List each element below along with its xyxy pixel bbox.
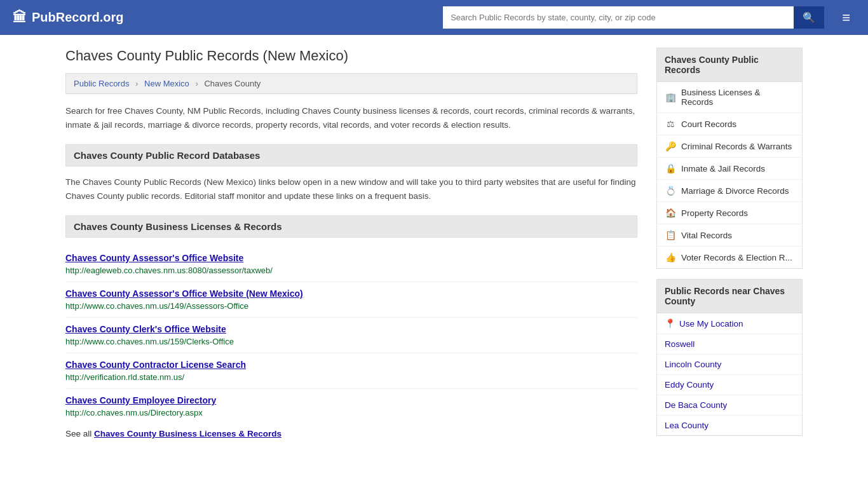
nearby-item-debaca[interactable]: De Baca County	[657, 395, 802, 416]
business-section-header: Chaves County Business Licenses & Record…	[65, 215, 637, 238]
sidebar-item-business[interactable]: 🏢 Business Licenses & Records	[657, 82, 802, 113]
breadcrumb-sep-1: ›	[135, 79, 138, 88]
sidebar-link-marriage[interactable]: Marriage & Divorce Records	[681, 186, 789, 196]
voter-icon: 👍	[665, 252, 676, 262]
nearby-link-roswell[interactable]: Roswell	[665, 339, 695, 349]
sidebar-link-criminal[interactable]: Criminal Records & Warrants	[681, 142, 792, 151]
see-all-prefix: See all	[65, 429, 92, 438]
sidebar-item-marriage[interactable]: 💍 Marriage & Divorce Records	[657, 180, 802, 202]
nearby-item-location[interactable]: 📍 Use My Location	[657, 313, 802, 334]
page-title: Chaves County Public Records (New Mexico…	[65, 48, 637, 64]
record-url-2: http://www.co.chaves.nm.us/159/Clerks-Of…	[65, 337, 234, 346]
use-my-location-link[interactable]: Use My Location	[679, 319, 743, 329]
court-icon: ⚖	[665, 119, 676, 129]
sidebar-link-voter[interactable]: Voter Records & Election R...	[681, 253, 792, 262]
sidebar-item-vital[interactable]: 📋 Vital Records	[657, 224, 802, 247]
nearby-item-lea[interactable]: Lea County	[657, 416, 802, 435]
record-entry-2: Chaves County Clerk's Office Website htt…	[65, 318, 637, 353]
breadcrumb-current: Chaves County	[204, 79, 261, 88]
use-my-location[interactable]: 📍 Use My Location	[665, 318, 794, 329]
business-icon: 🏢	[665, 92, 676, 102]
record-entry-0: Chaves County Assessor's Office Website …	[65, 247, 637, 282]
record-entry-1: Chaves County Assessor's Office Website …	[65, 282, 637, 318]
sidebar-box-nearby-title: Public Records near Chaves County	[657, 280, 802, 313]
see-all-section: See all Chaves County Business Licenses …	[65, 429, 637, 438]
record-title-0[interactable]: Chaves County Assessor's Office Website	[65, 253, 637, 263]
record-url-3: http://verification.rld.state.nm.us/	[65, 372, 184, 382]
sidebar-link-property[interactable]: Property Records	[681, 208, 748, 218]
sidebar-box-categories: Chaves County Public Records 🏢 Business …	[656, 48, 803, 269]
record-title-4[interactable]: Chaves County Employee Directory	[65, 395, 637, 405]
records-list: Chaves County Assessor's Office Website …	[65, 247, 637, 424]
record-url-4: http://co.chaves.nm.us/Directory.aspx	[65, 408, 203, 417]
site-logo[interactable]: 🏛 PubRecord.org	[13, 10, 123, 26]
main-content: Chaves County Public Records (New Mexico…	[65, 48, 637, 446]
record-url-1: http://www.co.chaves.nm.us/149/Assessors…	[65, 301, 248, 311]
record-title-3[interactable]: Chaves County Contractor License Search	[65, 360, 637, 370]
sidebar-link-court[interactable]: Court Records	[681, 119, 736, 129]
logo-icon: 🏛	[13, 10, 27, 26]
nearby-link-eddy[interactable]: Eddy County	[665, 380, 714, 390]
see-all-link[interactable]: Chaves County Business Licenses & Record…	[94, 429, 281, 438]
property-icon: 🏠	[665, 208, 676, 218]
nearby-link-lea[interactable]: Lea County	[665, 421, 709, 430]
nearby-item-eddy[interactable]: Eddy County	[657, 375, 802, 395]
search-input[interactable]	[443, 6, 794, 29]
search-bar: 🔍	[443, 6, 824, 29]
marriage-icon: 💍	[665, 186, 676, 196]
sidebar-item-inmate[interactable]: 🔒 Inmate & Jail Records	[657, 158, 802, 180]
sidebar-link-business[interactable]: Business Licenses & Records	[681, 88, 794, 107]
page-description: Search for free Chaves County, NM Public…	[65, 104, 637, 132]
breadcrumb-sep-2: ›	[195, 79, 198, 88]
vital-icon: 📋	[665, 230, 676, 240]
databases-section-header: Chaves County Public Record Databases	[65, 144, 637, 166]
breadcrumb-link-new-mexico[interactable]: New Mexico	[144, 79, 189, 88]
sidebar-item-property[interactable]: 🏠 Property Records	[657, 202, 802, 224]
search-button[interactable]: 🔍	[794, 6, 824, 29]
sidebar-link-vital[interactable]: Vital Records	[681, 231, 732, 240]
site-header: 🏛 PubRecord.org 🔍 ≡	[0, 0, 868, 35]
record-title-1[interactable]: Chaves County Assessor's Office Website …	[65, 288, 637, 299]
record-entry-3: Chaves County Contractor License Search …	[65, 353, 637, 389]
sidebar: Chaves County Public Records 🏢 Business …	[656, 48, 803, 446]
record-title-2[interactable]: Chaves County Clerk's Office Website	[65, 324, 637, 334]
menu-button[interactable]: ≡	[837, 8, 855, 27]
sidebar-item-criminal[interactable]: 🔑 Criminal Records & Warrants	[657, 135, 802, 158]
breadcrumb-link-public-records[interactable]: Public Records	[74, 79, 129, 88]
sidebar-link-inmate[interactable]: Inmate & Jail Records	[681, 164, 765, 173]
criminal-icon: 🔑	[665, 141, 676, 151]
sidebar-item-court[interactable]: ⚖ Court Records	[657, 113, 802, 135]
logo-text: PubRecord.org	[32, 10, 123, 25]
location-pin-icon: 📍	[665, 318, 675, 329]
record-entry-4: Chaves County Employee Directory http://…	[65, 389, 637, 424]
inmate-icon: 🔒	[665, 163, 676, 173]
record-url-0: http://eagleweb.co.chaves.nm.us:8080/ass…	[65, 266, 273, 275]
sidebar-item-voter[interactable]: 👍 Voter Records & Election R...	[657, 247, 802, 268]
page-wrapper: Chaves County Public Records (New Mexico…	[53, 35, 815, 459]
breadcrumb: Public Records › New Mexico › Chaves Cou…	[65, 73, 637, 94]
nearby-link-debaca[interactable]: De Baca County	[665, 400, 727, 410]
sidebar-box-nearby: Public Records near Chaves County 📍 Use …	[656, 279, 803, 436]
nearby-link-lincoln[interactable]: Lincoln County	[665, 360, 721, 369]
databases-description: The Chaves County Public Records (New Me…	[65, 175, 637, 203]
nearby-item-lincoln[interactable]: Lincoln County	[657, 355, 802, 375]
nearby-item-roswell[interactable]: Roswell	[657, 334, 802, 355]
sidebar-box-categories-title: Chaves County Public Records	[657, 48, 802, 82]
